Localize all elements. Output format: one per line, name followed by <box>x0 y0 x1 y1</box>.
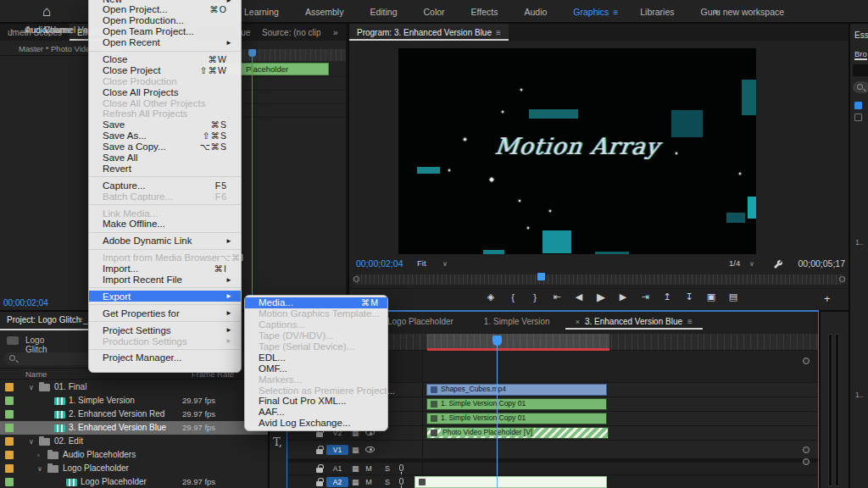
menu-item[interactable]: Save a Copy... ⌥⌘S <box>89 141 241 152</box>
label-color-chip[interactable] <box>5 410 14 419</box>
track-target-a2[interactable]: A2 <box>326 477 348 487</box>
mark-out-button[interactable]: } <box>529 292 541 302</box>
extract-button[interactable]: ↧ <box>683 291 695 302</box>
menu-item[interactable]: Open Production... <box>89 15 241 26</box>
menu-item[interactable]: Make Offline... <box>89 219 241 230</box>
menu-item[interactable]: Save ⌘S <box>89 119 241 130</box>
menu-item[interactable]: Tape (Serial Device)... <box>245 341 387 352</box>
menu-item[interactable]: Project Manager... <box>89 352 241 363</box>
track-target-a1[interactable]: A1 <box>326 463 348 474</box>
menu-item[interactable]: Close All Other Projects <box>89 97 241 108</box>
template-item-label[interactable]: 1.. <box>855 238 863 247</box>
type-tool[interactable]: T, <box>273 435 282 448</box>
workspace-tab[interactable]: Audio <box>525 7 552 17</box>
menu-item[interactable]: AAF... <box>245 407 387 418</box>
clip-simple-version-copy-2[interactable]: 1. Simple Version Copy 01 <box>426 413 607 424</box>
menu-item[interactable]: OMF... <box>245 363 387 374</box>
menu-item[interactable]: Open Recent ► <box>89 37 241 48</box>
menu-item[interactable]: Revert <box>89 163 241 174</box>
add-marker-button[interactable]: ◈ <box>485 291 497 302</box>
label-color-chip[interactable] <box>5 437 14 446</box>
project-panel-menu-icon[interactable]: ≡ <box>78 315 83 324</box>
menu-item[interactable]: EDL... <box>245 352 387 363</box>
menu-item[interactable]: Save As... ⇧⌘S <box>89 130 241 141</box>
mute-button[interactable]: M <box>364 478 374 486</box>
panel-overflow-chevron[interactable]: » <box>326 24 346 41</box>
mute-button[interactable]: M <box>364 464 374 473</box>
program-current-timecode[interactable]: 00;00;02;04 <box>356 258 403 269</box>
clip-simple-version-copy-1[interactable]: 1. Simple Version Copy 01 <box>426 398 607 410</box>
menu-item[interactable]: Refresh All Projects <box>89 108 241 119</box>
source-patch-icon[interactable]: ▦ <box>352 464 359 473</box>
timeline-playhead-handle[interactable] <box>492 336 502 346</box>
menu-item[interactable]: Selection as Premiere Project... <box>245 385 387 396</box>
expand-chevron[interactable]: › <box>37 452 40 459</box>
workspace-overflow-chevron[interactable]: » <box>714 6 719 16</box>
expand-chevron[interactable]: ∨ <box>29 438 34 446</box>
workspace-tab[interactable]: Graphics≡ <box>573 7 618 17</box>
voiceover-mic-icon[interactable] <box>399 478 403 486</box>
program-playhead-handle[interactable] <box>537 273 545 280</box>
menu-item[interactable]: Get Properties for ► <box>89 308 241 319</box>
template-filter-dropdown[interactable] <box>853 64 868 76</box>
solo-button[interactable]: S <box>382 478 392 486</box>
menu-item[interactable]: Avid Log Exchange... <box>245 418 387 429</box>
menu-item[interactable]: Link Media... <box>89 208 241 219</box>
workspace-tab[interactable]: Color <box>424 7 449 17</box>
export-frame-button[interactable]: ▣ <box>705 291 717 302</box>
menu-item[interactable]: Production Settings ► <box>89 336 241 347</box>
menu-item[interactable]: Markers... <box>245 374 387 385</box>
label-color-chip[interactable] <box>5 478 14 486</box>
project-row-enhanced-version-blue[interactable]: 3. Enhanced Version Blue 29.97 fps <box>0 421 268 435</box>
menu-item[interactable]: Batch Capture... F6 <box>89 191 241 202</box>
program-scrubber[interactable] <box>353 274 846 285</box>
essential-graphics-tab[interactable]: Esse <box>854 30 868 40</box>
resolution-chevron-icon[interactable]: ∨ <box>749 260 754 268</box>
expand-chevron[interactable]: ∨ <box>29 384 34 391</box>
menu-item[interactable]: Import Recent File ► <box>89 274 241 286</box>
menu-item-media[interactable]: Media... ⌘M <box>245 297 387 308</box>
menu-item[interactable]: Open Team Project... <box>89 26 241 37</box>
zoom-level-select[interactable]: Fit <box>417 258 426 268</box>
workspace-tab[interactable]: Assembly <box>305 7 348 17</box>
project-row[interactable]: 1. Simple Version 29.97 fps <box>0 394 268 408</box>
template-search-input[interactable] <box>853 81 868 93</box>
tab-source-monitor[interactable]: Source: (no clip <box>254 24 328 41</box>
lock-icon[interactable] <box>316 474 323 488</box>
label-color-chip[interactable] <box>5 451 14 459</box>
go-to-in-button[interactable]: ⇤ <box>551 291 563 302</box>
program-panel-menu-icon[interactable]: ≡ <box>496 28 501 37</box>
source-patch-icon[interactable]: ▦ <box>352 446 359 454</box>
menu-item[interactable]: Open Project... ⌘O <box>89 4 241 15</box>
clip-photo-video-placeholder[interactable]: Photo Video Placeholder [V] <box>426 427 609 439</box>
project-row[interactable]: Logo Placeholder 29.97 fps <box>0 475 268 488</box>
solo-button[interactable]: S <box>382 464 392 473</box>
program-monitor-tab[interactable]: Program: 3. Enhanced Version Blue ≡ <box>349 24 509 41</box>
step-back-button[interactable]: ◀ <box>573 291 585 302</box>
label-color-chip[interactable] <box>5 396 14 405</box>
label-color-chip[interactable] <box>5 464 14 473</box>
track-target-v1[interactable]: V1 <box>326 445 348 455</box>
playback-resolution-select[interactable]: 1/4 <box>729 258 740 268</box>
project-row[interactable]: ∨ 02. Edit <box>0 435 268 448</box>
project-row[interactable]: › Audio Placeholders <box>0 448 268 462</box>
label-color-chip[interactable] <box>5 383 14 391</box>
menu-item-export[interactable]: Export ► <box>89 291 241 302</box>
project-row[interactable]: ∨ Logo Placeholder <box>0 462 268 475</box>
menu-item[interactable]: Close Project ⇧⌘W <box>89 64 241 75</box>
mini-timeline-playhead-handle[interactable] <box>248 49 256 57</box>
play-button[interactable]: ▶ <box>595 291 607 303</box>
source-patch-icon[interactable]: ▦ <box>352 478 359 486</box>
menu-item[interactable]: Save All <box>89 152 241 164</box>
button-editor-plus[interactable]: + <box>824 292 831 305</box>
lift-button[interactable]: ↥ <box>661 291 673 302</box>
menu-item[interactable]: Tape (DV/HDV)... <box>245 330 387 341</box>
menu-item[interactable]: Captions... <box>245 319 387 330</box>
mini-timeline-playhead[interactable] <box>252 49 253 295</box>
menu-item[interactable]: Import from Media Browser ⌥⌘I <box>89 252 241 263</box>
scrub-zoom-handle-right[interactable] <box>839 276 845 282</box>
home-icon[interactable]: ⌂ <box>42 3 51 20</box>
menu-item[interactable]: Adobe Dynamic Link ► <box>89 236 241 247</box>
lock-icon[interactable] <box>316 442 323 458</box>
settings-wrench-icon[interactable] <box>773 259 783 269</box>
